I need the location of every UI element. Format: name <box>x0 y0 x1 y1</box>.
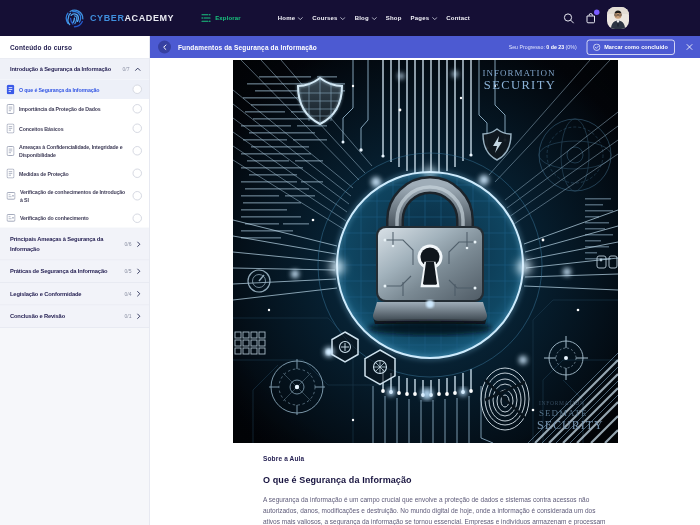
lesson-item[interactable]: Importância da Proteção de Dados <box>0 99 149 119</box>
section-progress-count: 0/1 <box>125 314 132 320</box>
nav-item-home[interactable]: Home <box>278 15 303 22</box>
nav-item-courses[interactable]: Courses <box>312 15 345 22</box>
chevron-right-icon <box>137 313 142 320</box>
search-icon <box>563 12 575 24</box>
chevron-right-icon <box>137 268 142 275</box>
quiz-icon <box>7 192 16 200</box>
quiz-icon <box>7 214 16 222</box>
progress-text: Seu Progresso: 0 de 23 (0%) <box>509 44 577 50</box>
completion-checkbox[interactable] <box>133 191 143 201</box>
cart-button[interactable] <box>585 12 597 24</box>
close-icon[interactable] <box>686 44 693 51</box>
mark-complete-label: Marcar como concluído <box>604 44 668 50</box>
section-header[interactable]: Práticas de Segurança da Informação 0/5 <box>0 261 149 284</box>
page: CYBERACADEMY Explorar Home Courses B <box>0 0 700 525</box>
document-icon <box>7 146 15 156</box>
completion-checkbox[interactable] <box>133 85 143 95</box>
lesson-item[interactable]: Medidas de Proteção <box>0 164 149 184</box>
brand-logo[interactable]: CYBERACADEMY <box>64 8 174 29</box>
chevron-down-icon <box>298 17 304 21</box>
lesson-item[interactable]: Verificação de conhecimentos de Introduç… <box>0 183 149 209</box>
lesson-paragraph: A segurança da informação é um campo cru… <box>263 495 608 525</box>
progress-value: 0 de 23 <box>546 44 564 50</box>
section-header[interactable]: Legislação e Conformidade 0/4 <box>0 283 149 306</box>
chevron-down-icon <box>432 17 438 21</box>
chevron-left-icon <box>162 44 167 51</box>
explore-categories-icon <box>201 14 211 23</box>
back-button[interactable] <box>158 41 171 54</box>
lesson-text-block: Sobre a Aula O que é Segurança da Inform… <box>263 455 608 525</box>
lesson-content: INFORMATION SECURITY INFORMATION SEDMATE… <box>150 58 700 525</box>
avatar-photo <box>607 7 629 29</box>
explore-label: Explorar <box>215 15 241 22</box>
lesson-header-bar: Fundamentos da Segurança da Informação S… <box>150 36 700 58</box>
section-header[interactable]: Introdução à Segurança da Informação 0/7 <box>0 59 149 80</box>
sidebar-title: Conteúdo do curso <box>0 36 149 59</box>
lesson-item[interactable]: O que é Segurança da Informação <box>0 80 149 100</box>
chevron-up-icon <box>135 67 142 72</box>
check-circle-icon <box>593 43 601 51</box>
section-progress-count: 0/6 <box>125 241 132 247</box>
chevron-right-icon <box>137 291 142 298</box>
document-icon <box>7 168 15 178</box>
lesson-item[interactable]: Verificação do conhecimento <box>0 209 149 228</box>
nav-item-contact[interactable]: Contact <box>446 15 470 22</box>
completion-checkbox[interactable] <box>133 213 143 223</box>
nav-item-pages[interactable]: Pages <box>411 15 438 22</box>
hero-watermark-line2: SEDMATE <box>539 408 588 418</box>
nav-item-shop[interactable]: Shop <box>386 15 402 22</box>
lesson-heading: O que é Segurança da Informação <box>263 475 608 486</box>
section-progress-count: 0/5 <box>125 269 132 275</box>
chevron-down-icon <box>371 17 377 21</box>
hero-title-line1: INFORMATION <box>482 68 555 78</box>
fingerprint-logo-icon <box>64 8 85 29</box>
course-section: Conclusão e Revisão 0/1 <box>0 306 149 329</box>
hero-title-line2: SECURITY <box>484 78 556 92</box>
course-title: Fundamentos da Segurança da Informação <box>178 43 509 51</box>
chevron-right-icon <box>137 241 142 248</box>
lesson-item[interactable]: Ameaças à Confidencialidade, Integridade… <box>0 138 149 164</box>
brand-name: CYBERACADEMY <box>90 13 174 24</box>
completion-checkbox[interactable] <box>133 124 143 134</box>
section-header[interactable]: Principais Ameaças à Segurança da Inform… <box>0 229 149 261</box>
top-navigation-bar: CYBERACADEMY Explorar Home Courses B <box>0 0 700 36</box>
document-icon <box>7 123 15 133</box>
topbar-actions <box>563 0 629 36</box>
section-header[interactable]: Conclusão e Revisão 0/1 <box>0 306 149 329</box>
mark-complete-button[interactable]: Marcar como concluído <box>587 39 675 55</box>
course-section: Introdução à Segurança da Informação 0/7… <box>0 59 149 229</box>
section-progress-count: 0/4 <box>125 291 132 297</box>
lesson-item[interactable]: Conceitos Básicos <box>0 119 149 139</box>
nav-item-blog[interactable]: Blog <box>355 15 377 22</box>
chevron-down-icon <box>340 17 346 21</box>
lesson-main-panel: Fundamentos da Segurança da Informação S… <box>150 36 700 525</box>
completion-checkbox[interactable] <box>133 146 143 156</box>
section-progress-count: 0/7 <box>123 67 130 73</box>
main-navigation: Home Courses Blog Shop Pages <box>278 15 470 22</box>
about-label: Sobre a Aula <box>263 455 608 463</box>
course-section: Legislação e Conformidade 0/4 <box>0 283 149 306</box>
hero-watermark-line3: SECURITY <box>537 418 604 432</box>
document-icon <box>7 104 15 114</box>
hero-watermark-line1: INFORMATION <box>539 400 585 406</box>
completion-checkbox[interactable] <box>133 169 143 179</box>
lesson-hero-image: INFORMATION SECURITY INFORMATION SEDMATE… <box>233 60 618 443</box>
search-button[interactable] <box>563 12 575 24</box>
document-icon-active <box>7 84 15 94</box>
explore-button[interactable]: Explorar <box>201 14 241 23</box>
cart-badge <box>594 9 600 15</box>
user-avatar[interactable] <box>607 7 629 29</box>
course-section: Principais Ameaças à Segurança da Inform… <box>0 229 149 261</box>
completion-checkbox[interactable] <box>133 104 143 114</box>
course-sections: Introdução à Segurança da Informação 0/7… <box>0 59 149 328</box>
course-section: Práticas de Segurança da Informação 0/5 <box>0 261 149 284</box>
course-content-sidebar: Conteúdo do curso Introdução à Segurança… <box>0 36 150 525</box>
